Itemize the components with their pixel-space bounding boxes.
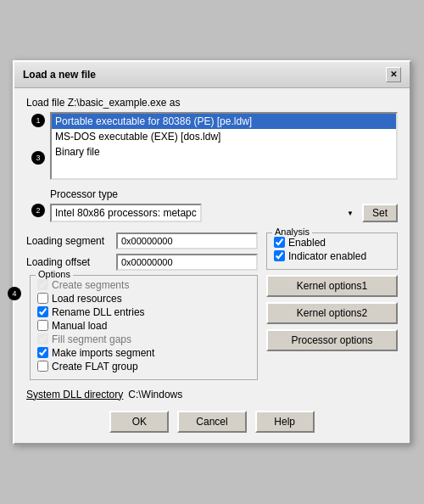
- loading-offset-label: Loading offset: [26, 256, 111, 268]
- ok-button[interactable]: OK: [109, 411, 169, 433]
- options-box: Options Create segments Load resources R…: [30, 275, 258, 380]
- analysis-legend: Analysis: [272, 227, 312, 237]
- cancel-button[interactable]: Cancel: [177, 411, 246, 433]
- file-listbox-wrapper: 1 3 Portable executable for 80386 (PE) […: [50, 112, 398, 180]
- option-create-segments-label: Create segments: [52, 279, 129, 291]
- file-listbox[interactable]: Portable executable for 80386 (PE) [pe.l…: [50, 112, 398, 180]
- option-fill-gaps: Fill segment gaps: [37, 333, 250, 345]
- loading-segment-row: Loading segment: [26, 232, 258, 249]
- badge-4: 4: [8, 287, 21, 300]
- loading-offset-input[interactable]: [116, 254, 258, 271]
- list-item-binary[interactable]: Binary file: [52, 144, 396, 160]
- option-create-segments-checkbox[interactable]: [37, 279, 48, 290]
- option-load-resources-checkbox[interactable]: [37, 293, 48, 304]
- file-section-label: Load file Z:\basic_example.exe as: [26, 97, 398, 109]
- list-item-pe[interactable]: Portable executable for 80386 (PE) [pe.l…: [52, 114, 396, 129]
- help-button[interactable]: Help: [255, 411, 315, 433]
- list-item-dos[interactable]: MS-DOS executable (EXE) [dos.ldw]: [52, 129, 396, 144]
- option-flat-group: Create FLAT group: [37, 361, 250, 372]
- analysis-indicator-checkbox[interactable]: [274, 250, 285, 261]
- processor-row: Intel 80x86 processors: metapc ▼ Set: [50, 204, 398, 222]
- processor-select-wrapper: Intel 80x86 processors: metapc ▼: [50, 204, 357, 222]
- kernel-options1-button[interactable]: Kernel options1: [266, 275, 398, 297]
- option-make-imports: Make imports segment: [37, 347, 250, 359]
- processor-select[interactable]: Intel 80x86 processors: metapc: [50, 204, 202, 222]
- dll-directory-label: System DLL directory: [26, 389, 123, 400]
- analysis-enabled-label: Enabled: [288, 237, 326, 249]
- dialog-title: Load a new file: [23, 69, 96, 81]
- option-manual-load: Manual load: [37, 320, 250, 332]
- option-fill-gaps-label: Fill segment gaps: [52, 333, 131, 345]
- processor-options-button[interactable]: Processor options: [266, 329, 398, 351]
- analysis-indicator-row: Indicator enabled: [274, 250, 390, 262]
- badge-1: 1: [31, 114, 45, 127]
- close-button[interactable]: ✕: [386, 67, 401, 82]
- analysis-indicator-label: Indicator enabled: [288, 250, 366, 262]
- badge-3: 3: [31, 151, 45, 165]
- loading-segment-label: Loading segment: [26, 235, 111, 247]
- option-load-resources: Load resources: [37, 293, 250, 305]
- option-flat-group-label: Create FLAT group: [52, 361, 138, 372]
- option-manual-load-label: Manual load: [52, 320, 107, 332]
- dropdown-arrow-icon: ▼: [347, 209, 354, 216]
- bottom-buttons: OK Cancel Help: [26, 411, 398, 433]
- loading-offset-row: Loading offset: [26, 254, 258, 271]
- left-column: Loading segment Loading offset 4 Options…: [26, 232, 258, 380]
- option-flat-group-checkbox[interactable]: [37, 361, 48, 372]
- options-legend: Options: [36, 269, 73, 279]
- option-manual-load-checkbox[interactable]: [37, 320, 48, 331]
- main-area: Loading segment Loading offset 4 Options…: [26, 232, 398, 380]
- processor-label: Processor type: [50, 188, 398, 200]
- kernel-options2-button[interactable]: Kernel options2: [266, 302, 398, 324]
- option-make-imports-label: Make imports segment: [52, 347, 154, 359]
- analysis-enabled-checkbox[interactable]: [274, 237, 285, 248]
- set-button[interactable]: Set: [362, 204, 398, 222]
- processor-section-wrapper: 2 Processor type Intel 80x86 processors:…: [50, 188, 398, 222]
- loading-segment-input[interactable]: [116, 232, 258, 249]
- option-rename-dll-checkbox[interactable]: [37, 306, 48, 317]
- options-wrapper: 4 Options Create segments Load resources: [30, 275, 258, 380]
- dll-directory-row: System DLL directory C:\Windows: [26, 389, 398, 400]
- right-column: Analysis Enabled Indicator enabled Kerne…: [266, 232, 398, 380]
- dialog-content: Load file Z:\basic_example.exe as 1 3 Po…: [14, 88, 410, 443]
- dialog: Load a new file ✕ Load file Z:\basic_exa…: [13, 60, 411, 445]
- title-bar: Load a new file ✕: [14, 62, 410, 88]
- option-load-resources-label: Load resources: [52, 293, 122, 305]
- option-rename-dll: Rename DLL entries: [37, 306, 250, 318]
- option-fill-gaps-checkbox[interactable]: [37, 333, 48, 344]
- analysis-enabled-row: Enabled: [274, 237, 390, 249]
- badge-2: 2: [31, 204, 45, 217]
- analysis-box: Analysis Enabled Indicator enabled: [266, 232, 398, 270]
- option-rename-dll-label: Rename DLL entries: [52, 306, 145, 318]
- dll-directory-value: C:\Windows: [128, 389, 182, 400]
- option-create-segments: Create segments: [37, 279, 250, 291]
- option-make-imports-checkbox[interactable]: [37, 347, 48, 358]
